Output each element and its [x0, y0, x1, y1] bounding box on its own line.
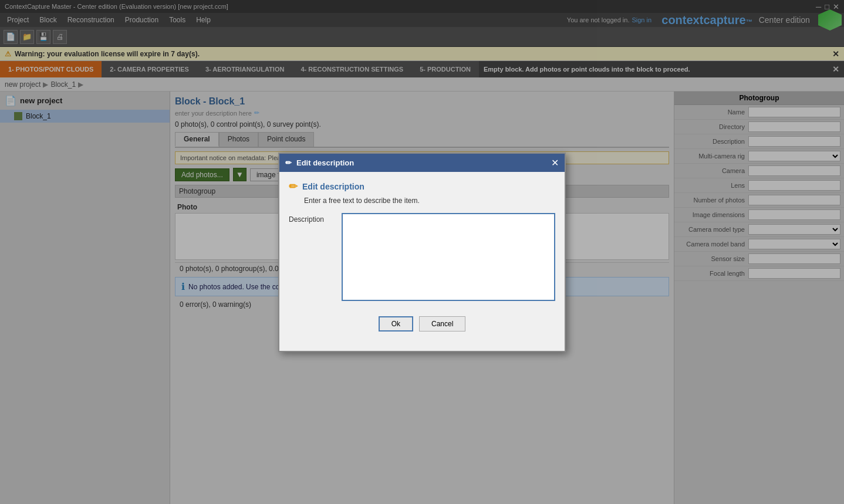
modal-overlay: ✏ Edit description ✕ ✏ Edit description … — [0, 0, 844, 504]
modal-ok-button[interactable]: Ok — [379, 316, 413, 332]
modal-cancel-button[interactable]: Cancel — [419, 316, 465, 332]
edit-description-modal: ✏ Edit description ✕ ✏ Edit description … — [278, 153, 566, 352]
modal-buttons: Ok Cancel — [279, 309, 565, 339]
modal-body: ✏ Edit description Enter a free text to … — [279, 172, 565, 309]
modal-title-icon: ✏ — [285, 158, 292, 167]
modal-heading-text: Edit description — [302, 182, 364, 191]
modal-desc-label: Description — [289, 213, 336, 224]
modal-heading-icon: ✏ — [289, 180, 298, 193]
modal-close-button[interactable]: ✕ — [551, 157, 559, 168]
modal-title-text: Edit description — [296, 158, 354, 167]
modal-heading: ✏ Edit description — [289, 180, 555, 193]
modal-title-left: ✏ Edit description — [285, 158, 354, 167]
modal-form-row: Description — [289, 213, 555, 301]
modal-subtitle: Enter a free text to describe the item. — [289, 197, 555, 205]
modal-title-bar: ✏ Edit description ✕ — [279, 154, 565, 172]
modal-textarea[interactable] — [342, 213, 555, 301]
